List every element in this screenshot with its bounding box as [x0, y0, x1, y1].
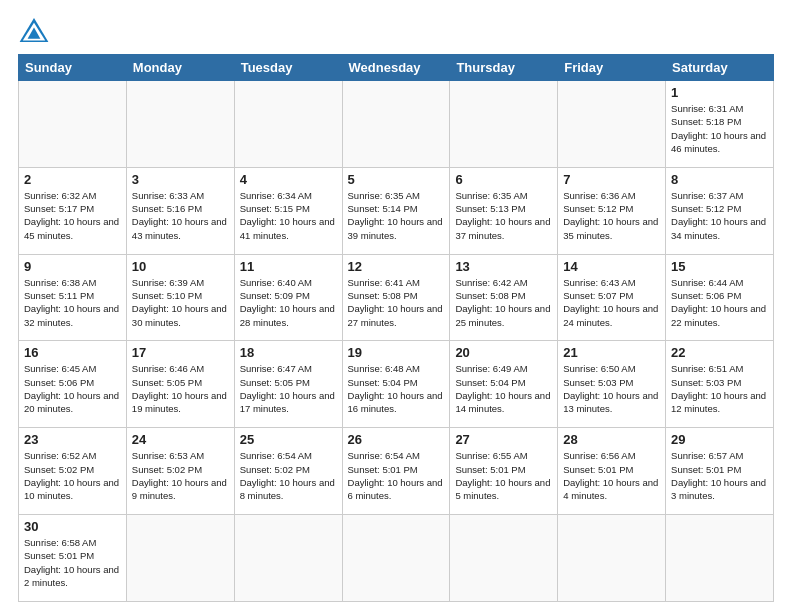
weekday-header: Monday — [126, 55, 234, 81]
day-info: Sunrise: 6:37 AM Sunset: 5:12 PM Dayligh… — [671, 189, 768, 242]
day-info: Sunrise: 6:32 AM Sunset: 5:17 PM Dayligh… — [24, 189, 121, 242]
day-number: 18 — [240, 345, 337, 360]
logo — [18, 16, 54, 44]
day-info: Sunrise: 6:35 AM Sunset: 5:13 PM Dayligh… — [455, 189, 552, 242]
day-number: 16 — [24, 345, 121, 360]
calendar-cell: 5Sunrise: 6:35 AM Sunset: 5:14 PM Daylig… — [342, 167, 450, 254]
day-info: Sunrise: 6:52 AM Sunset: 5:02 PM Dayligh… — [24, 449, 121, 502]
calendar-week-row: 9Sunrise: 6:38 AM Sunset: 5:11 PM Daylig… — [19, 254, 774, 341]
calendar-week-row: 30Sunrise: 6:58 AM Sunset: 5:01 PM Dayli… — [19, 515, 774, 602]
header — [18, 16, 774, 44]
calendar-cell: 4Sunrise: 6:34 AM Sunset: 5:15 PM Daylig… — [234, 167, 342, 254]
day-number: 7 — [563, 172, 660, 187]
day-number: 21 — [563, 345, 660, 360]
day-number: 23 — [24, 432, 121, 447]
day-number: 30 — [24, 519, 121, 534]
day-number: 6 — [455, 172, 552, 187]
calendar-cell: 18Sunrise: 6:47 AM Sunset: 5:05 PM Dayli… — [234, 341, 342, 428]
day-info: Sunrise: 6:34 AM Sunset: 5:15 PM Dayligh… — [240, 189, 337, 242]
day-info: Sunrise: 6:56 AM Sunset: 5:01 PM Dayligh… — [563, 449, 660, 502]
calendar-cell: 19Sunrise: 6:48 AM Sunset: 5:04 PM Dayli… — [342, 341, 450, 428]
calendar-cell: 16Sunrise: 6:45 AM Sunset: 5:06 PM Dayli… — [19, 341, 127, 428]
day-number: 17 — [132, 345, 229, 360]
page: SundayMondayTuesdayWednesdayThursdayFrid… — [0, 0, 792, 612]
calendar-week-row: 1Sunrise: 6:31 AM Sunset: 5:18 PM Daylig… — [19, 81, 774, 168]
weekday-header: Tuesday — [234, 55, 342, 81]
weekday-header: Saturday — [666, 55, 774, 81]
day-number: 10 — [132, 259, 229, 274]
calendar-cell — [342, 515, 450, 602]
calendar-cell: 3Sunrise: 6:33 AM Sunset: 5:16 PM Daylig… — [126, 167, 234, 254]
day-info: Sunrise: 6:45 AM Sunset: 5:06 PM Dayligh… — [24, 362, 121, 415]
calendar-cell: 28Sunrise: 6:56 AM Sunset: 5:01 PM Dayli… — [558, 428, 666, 515]
day-number: 4 — [240, 172, 337, 187]
day-info: Sunrise: 6:31 AM Sunset: 5:18 PM Dayligh… — [671, 102, 768, 155]
calendar-cell: 1Sunrise: 6:31 AM Sunset: 5:18 PM Daylig… — [666, 81, 774, 168]
day-info: Sunrise: 6:40 AM Sunset: 5:09 PM Dayligh… — [240, 276, 337, 329]
day-number: 28 — [563, 432, 660, 447]
logo-icon — [18, 16, 50, 44]
calendar-cell: 22Sunrise: 6:51 AM Sunset: 5:03 PM Dayli… — [666, 341, 774, 428]
day-number: 19 — [348, 345, 445, 360]
day-info: Sunrise: 6:38 AM Sunset: 5:11 PM Dayligh… — [24, 276, 121, 329]
calendar-cell: 25Sunrise: 6:54 AM Sunset: 5:02 PM Dayli… — [234, 428, 342, 515]
day-number: 29 — [671, 432, 768, 447]
calendar-cell — [450, 515, 558, 602]
calendar-cell: 2Sunrise: 6:32 AM Sunset: 5:17 PM Daylig… — [19, 167, 127, 254]
calendar-cell — [666, 515, 774, 602]
calendar-cell: 29Sunrise: 6:57 AM Sunset: 5:01 PM Dayli… — [666, 428, 774, 515]
calendar-header-row: SundayMondayTuesdayWednesdayThursdayFrid… — [19, 55, 774, 81]
day-info: Sunrise: 6:55 AM Sunset: 5:01 PM Dayligh… — [455, 449, 552, 502]
day-number: 9 — [24, 259, 121, 274]
calendar-cell: 15Sunrise: 6:44 AM Sunset: 5:06 PM Dayli… — [666, 254, 774, 341]
day-info: Sunrise: 6:58 AM Sunset: 5:01 PM Dayligh… — [24, 536, 121, 589]
day-info: Sunrise: 6:43 AM Sunset: 5:07 PM Dayligh… — [563, 276, 660, 329]
calendar-cell: 13Sunrise: 6:42 AM Sunset: 5:08 PM Dayli… — [450, 254, 558, 341]
weekday-header: Sunday — [19, 55, 127, 81]
day-number: 13 — [455, 259, 552, 274]
day-info: Sunrise: 6:49 AM Sunset: 5:04 PM Dayligh… — [455, 362, 552, 415]
day-info: Sunrise: 6:42 AM Sunset: 5:08 PM Dayligh… — [455, 276, 552, 329]
day-number: 3 — [132, 172, 229, 187]
calendar-cell: 6Sunrise: 6:35 AM Sunset: 5:13 PM Daylig… — [450, 167, 558, 254]
weekday-header: Friday — [558, 55, 666, 81]
day-number: 22 — [671, 345, 768, 360]
calendar-cell — [126, 515, 234, 602]
calendar-cell: 20Sunrise: 6:49 AM Sunset: 5:04 PM Dayli… — [450, 341, 558, 428]
day-number: 24 — [132, 432, 229, 447]
day-info: Sunrise: 6:48 AM Sunset: 5:04 PM Dayligh… — [348, 362, 445, 415]
calendar-cell — [234, 515, 342, 602]
calendar: SundayMondayTuesdayWednesdayThursdayFrid… — [18, 54, 774, 602]
calendar-cell: 10Sunrise: 6:39 AM Sunset: 5:10 PM Dayli… — [126, 254, 234, 341]
calendar-cell: 26Sunrise: 6:54 AM Sunset: 5:01 PM Dayli… — [342, 428, 450, 515]
day-info: Sunrise: 6:50 AM Sunset: 5:03 PM Dayligh… — [563, 362, 660, 415]
day-info: Sunrise: 6:57 AM Sunset: 5:01 PM Dayligh… — [671, 449, 768, 502]
day-number: 26 — [348, 432, 445, 447]
calendar-cell — [234, 81, 342, 168]
calendar-cell: 11Sunrise: 6:40 AM Sunset: 5:09 PM Dayli… — [234, 254, 342, 341]
calendar-week-row: 23Sunrise: 6:52 AM Sunset: 5:02 PM Dayli… — [19, 428, 774, 515]
calendar-cell — [342, 81, 450, 168]
day-info: Sunrise: 6:36 AM Sunset: 5:12 PM Dayligh… — [563, 189, 660, 242]
calendar-cell — [19, 81, 127, 168]
calendar-cell — [558, 515, 666, 602]
day-number: 15 — [671, 259, 768, 274]
weekday-header: Thursday — [450, 55, 558, 81]
calendar-cell: 9Sunrise: 6:38 AM Sunset: 5:11 PM Daylig… — [19, 254, 127, 341]
day-info: Sunrise: 6:41 AM Sunset: 5:08 PM Dayligh… — [348, 276, 445, 329]
calendar-cell — [450, 81, 558, 168]
day-info: Sunrise: 6:35 AM Sunset: 5:14 PM Dayligh… — [348, 189, 445, 242]
day-info: Sunrise: 6:44 AM Sunset: 5:06 PM Dayligh… — [671, 276, 768, 329]
day-number: 27 — [455, 432, 552, 447]
calendar-cell: 7Sunrise: 6:36 AM Sunset: 5:12 PM Daylig… — [558, 167, 666, 254]
day-number: 11 — [240, 259, 337, 274]
calendar-cell: 27Sunrise: 6:55 AM Sunset: 5:01 PM Dayli… — [450, 428, 558, 515]
calendar-cell: 24Sunrise: 6:53 AM Sunset: 5:02 PM Dayli… — [126, 428, 234, 515]
calendar-cell: 21Sunrise: 6:50 AM Sunset: 5:03 PM Dayli… — [558, 341, 666, 428]
calendar-cell: 12Sunrise: 6:41 AM Sunset: 5:08 PM Dayli… — [342, 254, 450, 341]
calendar-cell — [126, 81, 234, 168]
day-number: 2 — [24, 172, 121, 187]
day-info: Sunrise: 6:51 AM Sunset: 5:03 PM Dayligh… — [671, 362, 768, 415]
day-number: 25 — [240, 432, 337, 447]
day-number: 12 — [348, 259, 445, 274]
